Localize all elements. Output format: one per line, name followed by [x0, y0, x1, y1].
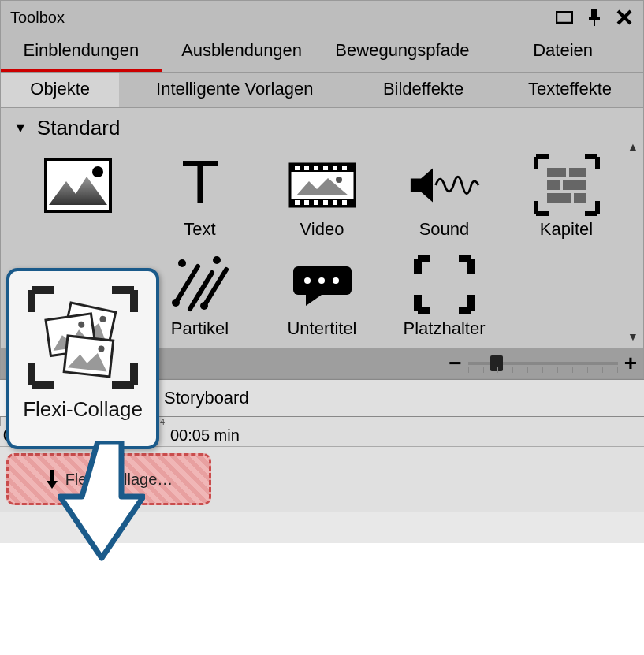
object-sound[interactable]: Sound	[386, 154, 502, 240]
particle-icon	[165, 254, 236, 315]
svg-rect-18	[295, 200, 300, 205]
svg-point-35	[200, 302, 208, 310]
svg-rect-19	[304, 200, 309, 205]
subtitle-icon	[287, 254, 358, 315]
drag-arrow-icon	[58, 441, 145, 568]
svg-rect-29	[547, 193, 571, 203]
svg-point-36	[178, 259, 186, 267]
scroll-down-icon[interactable]: ▼	[627, 331, 638, 342]
svg-rect-17	[342, 166, 347, 170]
scroll-track[interactable]	[627, 152, 638, 331]
object-video[interactable]: Video	[264, 154, 380, 240]
video-icon	[287, 154, 358, 216]
svg-rect-13	[304, 166, 309, 170]
svg-rect-12	[295, 166, 300, 170]
object-platzhalter[interactable]: Platzhalter	[386, 254, 502, 339]
section-header[interactable]: ▼ Standard	[9, 113, 635, 148]
zoom-out-icon[interactable]: −	[449, 351, 461, 376]
object-text[interactable]: T Text	[142, 154, 258, 240]
object-bild[interactable]: Bild	[20, 154, 136, 240]
svg-rect-27	[547, 180, 560, 190]
close-icon[interactable]	[615, 8, 634, 27]
svg-rect-14	[314, 166, 318, 170]
svg-point-41	[333, 277, 339, 284]
svg-rect-26	[569, 168, 586, 177]
svg-rect-20	[314, 200, 318, 205]
arrow-down-icon	[45, 468, 59, 490]
drag-preview-card: Flexi-Collage	[6, 268, 159, 449]
svg-rect-23	[342, 200, 347, 205]
object-label: Kapitel	[540, 219, 593, 240]
svg-point-34	[172, 299, 180, 307]
collapse-icon: ▼	[13, 120, 28, 136]
svg-rect-1	[591, 9, 597, 17]
tab-objekte[interactable]: Objekte	[1, 73, 119, 107]
zoom-in-icon[interactable]: +	[624, 351, 637, 376]
svg-point-39	[304, 277, 311, 284]
svg-text:T: T	[181, 158, 219, 213]
svg-point-7	[92, 166, 103, 177]
svg-point-40	[318, 277, 325, 284]
object-partikel[interactable]: Partikel	[142, 254, 258, 339]
placeholder-icon	[409, 254, 480, 315]
vertical-scrollbar[interactable]: ▲ ▼	[626, 141, 640, 342]
restore-icon[interactable]	[555, 8, 574, 27]
svg-rect-16	[333, 166, 337, 170]
svg-rect-0	[557, 12, 572, 23]
ruler-tick: 4	[158, 417, 197, 426]
object-label: Video	[300, 219, 344, 240]
tab-storyboard[interactable]: Storyboard	[151, 380, 262, 416]
svg-point-24	[336, 177, 342, 183]
object-label: Text	[184, 219, 215, 240]
object-label: Untertitel	[287, 318, 356, 339]
object-label: Platzhalter	[404, 318, 486, 339]
scroll-up-icon[interactable]: ▲	[627, 141, 638, 152]
pin-icon[interactable]	[585, 8, 604, 27]
time-mid-label: 00:05 min	[170, 426, 240, 445]
svg-rect-30	[574, 193, 586, 203]
object-label: Sound	[419, 219, 470, 240]
svg-rect-22	[333, 200, 337, 205]
svg-rect-3	[594, 20, 595, 26]
tab-row-top: Einblendungen Ausblendungen Bewegungspfa…	[1, 34, 643, 73]
collage-icon	[24, 282, 142, 393]
svg-line-33	[204, 270, 226, 306]
object-untertitel[interactable]: Untertitel	[264, 254, 380, 339]
titlebar: Toolbox	[1, 1, 643, 34]
zoom-control: − +	[449, 351, 637, 376]
tab-einblendungen[interactable]: Einblendungen	[1, 34, 162, 72]
object-kapitel[interactable]: Kapitel	[508, 154, 624, 240]
zoom-slider[interactable]	[468, 362, 618, 365]
svg-rect-21	[323, 200, 328, 205]
svg-point-37	[213, 256, 221, 264]
window-title: Toolbox	[10, 9, 65, 27]
tab-row-second: Objekte Intelligente Vorlagen Bildeffekt…	[1, 73, 643, 108]
tab-bildeffekte[interactable]: Bildeffekte	[350, 73, 497, 107]
tab-texteffekte[interactable]: Texteffekte	[497, 73, 643, 107]
svg-rect-28	[563, 180, 586, 190]
image-icon	[43, 154, 114, 216]
svg-rect-46	[50, 470, 54, 481]
section-title: Standard	[37, 116, 121, 140]
text-icon: T	[165, 154, 236, 216]
tab-intelligente-vorlagen[interactable]: Intelligente Vorlagen	[119, 73, 350, 107]
tab-ausblendungen[interactable]: Ausblendungen	[162, 34, 322, 72]
drag-preview-label: Flexi-Collage	[23, 397, 143, 422]
tab-dateien[interactable]: Dateien	[482, 34, 643, 72]
svg-rect-2	[589, 17, 600, 20]
object-label: Partikel	[171, 318, 229, 339]
chapter-icon	[531, 154, 602, 216]
svg-rect-25	[547, 168, 566, 177]
tab-bewegungspfade[interactable]: Bewegungspfade	[322, 34, 483, 72]
sound-icon	[409, 154, 480, 216]
svg-rect-15	[323, 166, 328, 170]
